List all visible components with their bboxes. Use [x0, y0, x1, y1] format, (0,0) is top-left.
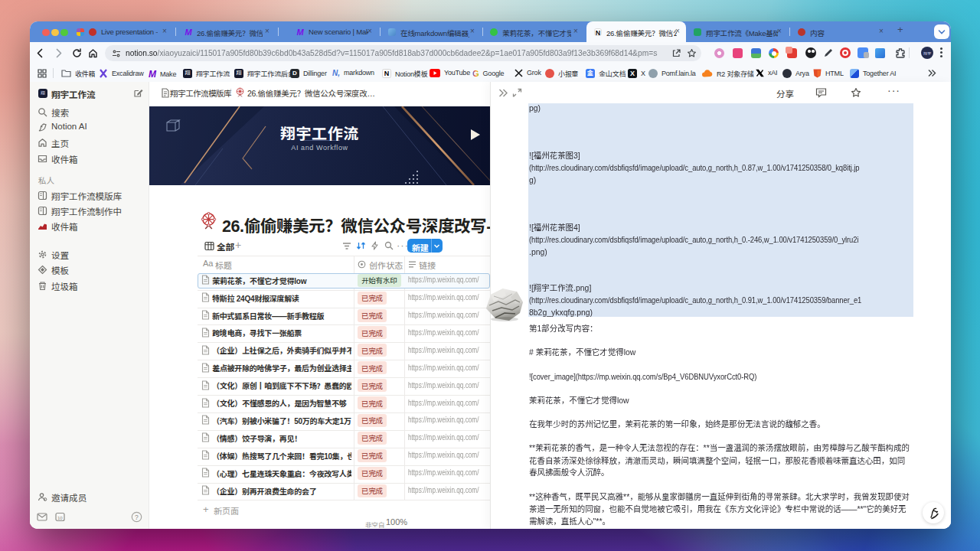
svg-text:?: ? — [135, 514, 139, 521]
svg-text:10: 10 — [57, 516, 63, 520]
